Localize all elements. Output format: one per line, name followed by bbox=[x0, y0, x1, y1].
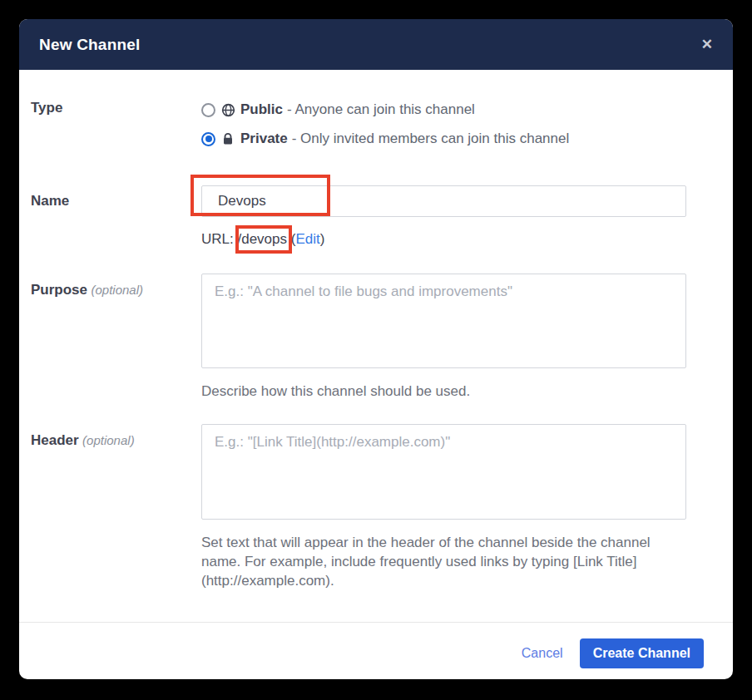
header-optional-label: (optional) bbox=[82, 433, 135, 447]
radio-option-public[interactable]: Public - Anyone can join this channel bbox=[201, 100, 705, 120]
modal-body: Type Public - Anyone can jo bbox=[19, 70, 733, 590]
type-label: Type bbox=[31, 100, 62, 116]
modal-footer: Cancel Create Channel bbox=[19, 622, 733, 668]
close-icon[interactable]: ✕ bbox=[701, 37, 713, 52]
radio-option-private[interactable]: Private - Only invited members can join … bbox=[201, 129, 705, 149]
type-section: Type Public - Anyone can jo bbox=[31, 100, 705, 158]
screenshot-background: New Channel ✕ Type bbox=[0, 0, 752, 700]
url-label: URL: bbox=[201, 231, 234, 247]
purpose-help-text: Describe how this channel should be used… bbox=[201, 382, 686, 401]
modal-header: New Channel ✕ bbox=[19, 19, 733, 70]
name-section: Name URL: /devops (Edit) bbox=[31, 185, 705, 248]
channel-name-input[interactable] bbox=[201, 185, 686, 217]
name-label: Name bbox=[31, 193, 69, 209]
cancel-button[interactable]: Cancel bbox=[522, 638, 580, 661]
radio-unselected-icon[interactable] bbox=[201, 103, 215, 117]
header-section: Header (optional) Set text that will app… bbox=[31, 424, 705, 590]
purpose-textarea[interactable] bbox=[201, 274, 686, 368]
header-label: Header bbox=[31, 432, 79, 448]
purpose-label: Purpose bbox=[31, 282, 87, 298]
purpose-optional-label: (optional) bbox=[91, 283, 143, 297]
edit-close-paren: ) bbox=[320, 231, 325, 247]
header-textarea[interactable] bbox=[201, 424, 686, 520]
lock-icon bbox=[221, 132, 236, 145]
private-option-title: Private bbox=[240, 131, 288, 147]
edit-url-link[interactable]: Edit bbox=[295, 231, 319, 247]
modal-title: New Channel bbox=[39, 36, 141, 54]
public-option-desc: - Anyone can join this channel bbox=[287, 101, 475, 118]
private-option-desc: - Only invited members can join this cha… bbox=[292, 131, 570, 147]
channel-url-line: URL: /devops (Edit) bbox=[201, 231, 705, 248]
new-channel-modal: New Channel ✕ Type bbox=[19, 19, 733, 679]
header-help-text: Set text that will appear in the header … bbox=[201, 533, 686, 590]
create-channel-button[interactable]: Create Channel bbox=[580, 638, 704, 668]
globe-icon bbox=[221, 103, 236, 117]
url-value: devops bbox=[241, 231, 287, 248]
purpose-section: Purpose (optional) Describe how this cha… bbox=[31, 274, 705, 401]
public-option-title: Public bbox=[240, 101, 283, 118]
radio-selected-icon[interactable] bbox=[201, 132, 215, 146]
